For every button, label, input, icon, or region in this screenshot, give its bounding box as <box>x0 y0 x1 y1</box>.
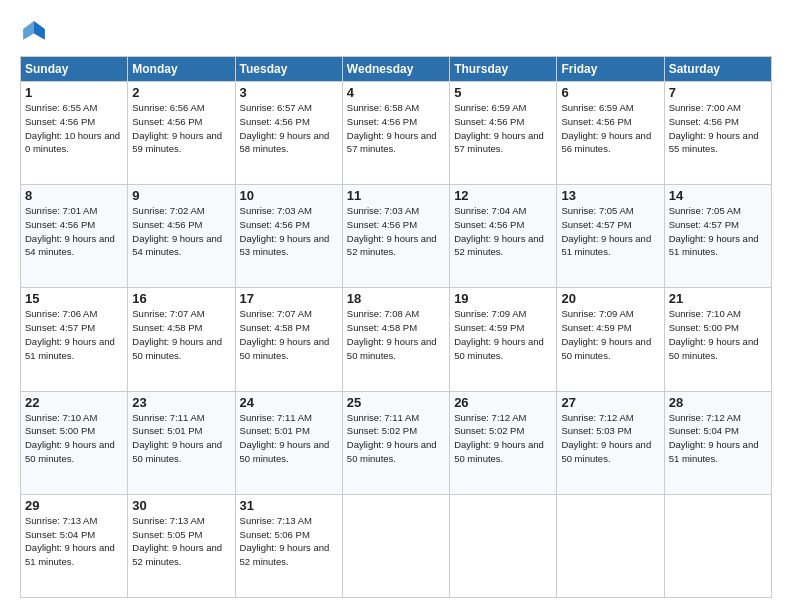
calendar-cell: 19 Sunrise: 7:09 AM Sunset: 4:59 PM Dayl… <box>450 288 557 391</box>
day-number: 12 <box>454 188 552 203</box>
sunset-label: Sunset: 5:05 PM <box>132 529 202 540</box>
daylight-label: Daylight: 9 hours and 54 minutes. <box>25 233 115 258</box>
cell-info: Sunrise: 7:10 AM Sunset: 5:00 PM Dayligh… <box>25 411 123 466</box>
day-number: 7 <box>669 85 767 100</box>
cell-info: Sunrise: 6:58 AM Sunset: 4:56 PM Dayligh… <box>347 101 445 156</box>
sunset-label: Sunset: 5:04 PM <box>669 425 739 436</box>
sunset-label: Sunset: 5:02 PM <box>347 425 417 436</box>
day-number: 2 <box>132 85 230 100</box>
sunset-label: Sunset: 4:59 PM <box>454 322 524 333</box>
daylight-label: Daylight: 9 hours and 57 minutes. <box>454 130 544 155</box>
cell-info: Sunrise: 7:07 AM Sunset: 4:58 PM Dayligh… <box>132 307 230 362</box>
cell-info: Sunrise: 7:11 AM Sunset: 5:01 PM Dayligh… <box>240 411 338 466</box>
calendar-cell: 11 Sunrise: 7:03 AM Sunset: 4:56 PM Dayl… <box>342 185 449 288</box>
daylight-label: Daylight: 9 hours and 52 minutes. <box>454 233 544 258</box>
calendar-week-row: 1 Sunrise: 6:55 AM Sunset: 4:56 PM Dayli… <box>21 82 772 185</box>
calendar-cell: 18 Sunrise: 7:08 AM Sunset: 4:58 PM Dayl… <box>342 288 449 391</box>
day-number: 8 <box>25 188 123 203</box>
sunset-label: Sunset: 4:58 PM <box>132 322 202 333</box>
day-number: 4 <box>347 85 445 100</box>
calendar-cell: 17 Sunrise: 7:07 AM Sunset: 4:58 PM Dayl… <box>235 288 342 391</box>
sunrise-label: Sunrise: 7:00 AM <box>669 102 741 113</box>
sunrise-label: Sunrise: 7:01 AM <box>25 205 97 216</box>
calendar-cell <box>450 494 557 597</box>
sunrise-label: Sunrise: 7:07 AM <box>132 308 204 319</box>
sunrise-label: Sunrise: 7:10 AM <box>25 412 97 423</box>
sunset-label: Sunset: 4:56 PM <box>240 116 310 127</box>
daylight-label: Daylight: 9 hours and 50 minutes. <box>132 439 222 464</box>
sunrise-label: Sunrise: 6:55 AM <box>25 102 97 113</box>
calendar-cell: 23 Sunrise: 7:11 AM Sunset: 5:01 PM Dayl… <box>128 391 235 494</box>
day-number: 24 <box>240 395 338 410</box>
weekday-header-thursday: Thursday <box>450 57 557 82</box>
calendar-cell <box>664 494 771 597</box>
cell-info: Sunrise: 7:12 AM Sunset: 5:03 PM Dayligh… <box>561 411 659 466</box>
calendar-cell: 1 Sunrise: 6:55 AM Sunset: 4:56 PM Dayli… <box>21 82 128 185</box>
weekday-header-wednesday: Wednesday <box>342 57 449 82</box>
sunset-label: Sunset: 4:56 PM <box>454 116 524 127</box>
sunrise-label: Sunrise: 7:03 AM <box>347 205 419 216</box>
sunset-label: Sunset: 4:56 PM <box>132 116 202 127</box>
cell-info: Sunrise: 7:07 AM Sunset: 4:58 PM Dayligh… <box>240 307 338 362</box>
calendar-cell: 2 Sunrise: 6:56 AM Sunset: 4:56 PM Dayli… <box>128 82 235 185</box>
sunset-label: Sunset: 4:57 PM <box>669 219 739 230</box>
sunset-label: Sunset: 4:57 PM <box>25 322 95 333</box>
calendar-week-row: 29 Sunrise: 7:13 AM Sunset: 5:04 PM Dayl… <box>21 494 772 597</box>
daylight-label: Daylight: 9 hours and 50 minutes. <box>347 336 437 361</box>
cell-info: Sunrise: 7:02 AM Sunset: 4:56 PM Dayligh… <box>132 204 230 259</box>
sunset-label: Sunset: 4:56 PM <box>347 219 417 230</box>
calendar-cell: 21 Sunrise: 7:10 AM Sunset: 5:00 PM Dayl… <box>664 288 771 391</box>
day-number: 31 <box>240 498 338 513</box>
daylight-label: Daylight: 9 hours and 51 minutes. <box>669 233 759 258</box>
day-number: 26 <box>454 395 552 410</box>
svg-marker-0 <box>34 21 45 40</box>
day-number: 17 <box>240 291 338 306</box>
sunrise-label: Sunrise: 7:05 AM <box>669 205 741 216</box>
calendar-cell <box>557 494 664 597</box>
sunrise-label: Sunrise: 6:56 AM <box>132 102 204 113</box>
calendar-cell: 25 Sunrise: 7:11 AM Sunset: 5:02 PM Dayl… <box>342 391 449 494</box>
day-number: 19 <box>454 291 552 306</box>
logo <box>20 18 52 46</box>
day-number: 3 <box>240 85 338 100</box>
day-number: 9 <box>132 188 230 203</box>
sunrise-label: Sunrise: 7:09 AM <box>454 308 526 319</box>
sunrise-label: Sunrise: 7:04 AM <box>454 205 526 216</box>
daylight-label: Daylight: 9 hours and 50 minutes. <box>132 336 222 361</box>
calendar-cell: 22 Sunrise: 7:10 AM Sunset: 5:00 PM Dayl… <box>21 391 128 494</box>
calendar-table: SundayMondayTuesdayWednesdayThursdayFrid… <box>20 56 772 598</box>
daylight-label: Daylight: 9 hours and 50 minutes. <box>669 336 759 361</box>
day-number: 22 <box>25 395 123 410</box>
weekday-header-sunday: Sunday <box>21 57 128 82</box>
sunrise-label: Sunrise: 7:07 AM <box>240 308 312 319</box>
daylight-label: Daylight: 9 hours and 50 minutes. <box>454 439 544 464</box>
sunrise-label: Sunrise: 7:13 AM <box>240 515 312 526</box>
sunrise-label: Sunrise: 7:05 AM <box>561 205 633 216</box>
daylight-label: Daylight: 9 hours and 50 minutes. <box>25 439 115 464</box>
sunrise-label: Sunrise: 7:13 AM <box>132 515 204 526</box>
calendar-cell: 6 Sunrise: 6:59 AM Sunset: 4:56 PM Dayli… <box>557 82 664 185</box>
calendar-cell: 8 Sunrise: 7:01 AM Sunset: 4:56 PM Dayli… <box>21 185 128 288</box>
sunset-label: Sunset: 4:56 PM <box>25 116 95 127</box>
cell-info: Sunrise: 7:04 AM Sunset: 4:56 PM Dayligh… <box>454 204 552 259</box>
calendar-cell: 12 Sunrise: 7:04 AM Sunset: 4:56 PM Dayl… <box>450 185 557 288</box>
daylight-label: Daylight: 9 hours and 51 minutes. <box>561 233 651 258</box>
cell-info: Sunrise: 7:13 AM Sunset: 5:05 PM Dayligh… <box>132 514 230 569</box>
daylight-label: Daylight: 9 hours and 52 minutes. <box>347 233 437 258</box>
cell-info: Sunrise: 6:57 AM Sunset: 4:56 PM Dayligh… <box>240 101 338 156</box>
sunset-label: Sunset: 4:56 PM <box>240 219 310 230</box>
calendar-cell: 15 Sunrise: 7:06 AM Sunset: 4:57 PM Dayl… <box>21 288 128 391</box>
daylight-label: Daylight: 9 hours and 51 minutes. <box>25 336 115 361</box>
sunrise-label: Sunrise: 7:11 AM <box>240 412 312 423</box>
daylight-label: Daylight: 9 hours and 50 minutes. <box>561 336 651 361</box>
day-number: 15 <box>25 291 123 306</box>
svg-marker-1 <box>23 21 34 40</box>
cell-info: Sunrise: 7:00 AM Sunset: 4:56 PM Dayligh… <box>669 101 767 156</box>
calendar-cell: 27 Sunrise: 7:12 AM Sunset: 5:03 PM Dayl… <box>557 391 664 494</box>
day-number: 27 <box>561 395 659 410</box>
sunset-label: Sunset: 5:01 PM <box>240 425 310 436</box>
cell-info: Sunrise: 7:06 AM Sunset: 4:57 PM Dayligh… <box>25 307 123 362</box>
cell-info: Sunrise: 7:08 AM Sunset: 4:58 PM Dayligh… <box>347 307 445 362</box>
cell-info: Sunrise: 7:12 AM Sunset: 5:04 PM Dayligh… <box>669 411 767 466</box>
calendar-cell: 7 Sunrise: 7:00 AM Sunset: 4:56 PM Dayli… <box>664 82 771 185</box>
